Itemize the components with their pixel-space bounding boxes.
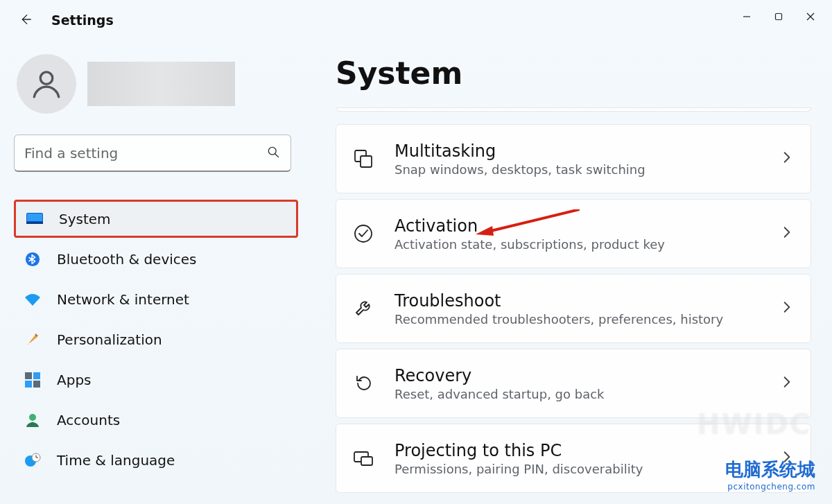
svg-point-5 [40, 72, 53, 85]
sidebar-item-label: System [59, 211, 111, 227]
sidebar-item-time[interactable]: Time & language [14, 441, 298, 479]
sidebar-item-label: Accounts [57, 412, 120, 428]
svg-line-7 [275, 154, 279, 157]
paintbrush-icon [24, 331, 42, 349]
chevron-right-icon [783, 451, 791, 466]
svg-point-16 [29, 414, 36, 421]
card-projecting[interactable]: Projecting to this PC Permissions, pairi… [336, 424, 811, 493]
svg-rect-25 [361, 457, 372, 465]
svg-rect-13 [33, 372, 40, 379]
system-icon [26, 210, 44, 228]
sidebar-item-label: Apps [57, 372, 92, 388]
sidebar-item-apps[interactable]: Apps [14, 360, 298, 399]
profile-block[interactable] [14, 54, 298, 114]
chevron-right-icon [783, 151, 791, 166]
card-desc: Activation state, subscriptions, product… [395, 237, 763, 252]
title-bar [0, 0, 832, 33]
card-title: Troubleshoot [395, 291, 763, 311]
projecting-icon [352, 446, 375, 470]
card-activation[interactable]: Activation Activation state, subscriptio… [336, 199, 811, 268]
sidebar-item-label: Network & internet [57, 291, 189, 308]
chevron-right-icon [783, 376, 791, 391]
back-button[interactable] [14, 8, 36, 31]
sidebar-item-label: Time & language [57, 452, 175, 469]
sidebar-item-label: Bluetooth & devices [57, 251, 197, 268]
minimize-button[interactable] [731, 6, 763, 28]
card-title: Multitasking [395, 141, 763, 161]
multitasking-icon [352, 147, 375, 171]
card-troubleshoot[interactable]: Troubleshoot Recommended troubleshooters… [336, 274, 811, 343]
svg-rect-22 [361, 156, 372, 167]
card-desc: Recommended troubleshooters, preferences… [395, 312, 763, 327]
search-input[interactable] [14, 134, 291, 172]
apps-icon [24, 371, 42, 389]
sidebar-item-accounts[interactable]: Accounts [14, 401, 298, 439]
troubleshoot-icon [352, 297, 375, 320]
recovery-icon [352, 372, 375, 395]
clock-globe-icon [24, 451, 42, 469]
close-button[interactable] [795, 6, 826, 28]
page-title: System [336, 55, 811, 91]
sidebar-item-network[interactable]: Network & internet [14, 280, 298, 318]
card-multitasking[interactable]: Multitasking Snap windows, desktops, tas… [336, 124, 811, 193]
svg-rect-14 [25, 381, 32, 388]
sidebar-item-personalization[interactable]: Personalization [14, 320, 298, 358]
sidebar-item-label: Personalization [57, 331, 162, 348]
avatar [17, 54, 76, 114]
chevron-right-icon [783, 226, 791, 241]
card-recovery[interactable]: Recovery Reset, advanced startup, go bac… [336, 349, 811, 418]
chevron-right-icon [783, 301, 791, 316]
card-cutoff-top [336, 107, 811, 112]
wifi-icon [24, 290, 42, 309]
app-title: Settings [51, 12, 114, 28]
sidebar-item-bluetooth[interactable]: Bluetooth & devices [14, 240, 298, 278]
search-icon [266, 145, 280, 162]
maximize-button[interactable] [763, 6, 795, 28]
accounts-icon [24, 411, 42, 429]
card-desc: Snap windows, desktops, task switching [395, 162, 763, 177]
card-title: Activation [395, 216, 763, 236]
svg-rect-10 [27, 214, 42, 221]
card-title: Recovery [395, 366, 763, 385]
card-title: Projecting to this PC [395, 441, 763, 460]
svg-rect-12 [25, 372, 32, 379]
card-desc: Reset, advanced startup, go back [395, 387, 763, 401]
sidebar-item-system[interactable]: System [14, 200, 298, 238]
svg-point-23 [355, 225, 372, 242]
svg-rect-9 [26, 222, 43, 224]
svg-rect-15 [33, 381, 40, 388]
activation-icon [352, 222, 375, 245]
profile-name-placeholder [87, 62, 235, 106]
card-desc: Permissions, pairing PIN, discoverabilit… [395, 462, 763, 476]
svg-rect-1 [776, 14, 782, 20]
bluetooth-icon [24, 250, 42, 268]
